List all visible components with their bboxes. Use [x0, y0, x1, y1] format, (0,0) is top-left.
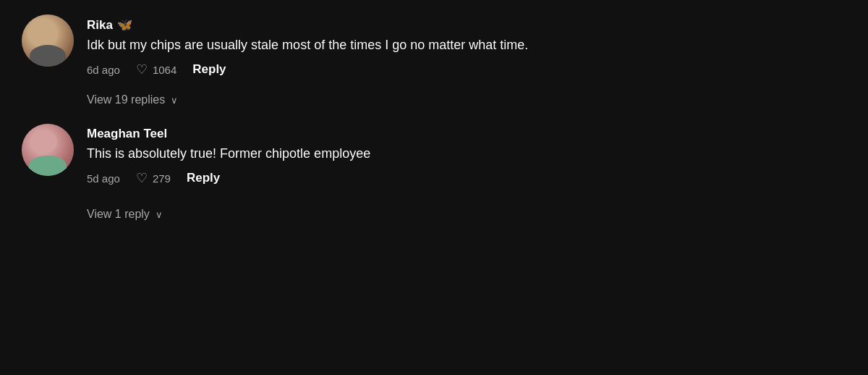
comment-text: Idk but my chips are usually stale most … [87, 35, 781, 54]
avatar-image-rika [22, 14, 74, 67]
like-count: 279 [153, 172, 171, 185]
comment-body: Rika 🦋 Idk but my chips are usually stal… [87, 14, 846, 86]
view-replies-button-2[interactable]: View 1 reply ∨ [87, 208, 163, 221]
like-count: 1064 [153, 64, 176, 76]
avatar [22, 124, 74, 176]
avatar [22, 14, 74, 67]
comment-actions: 5d ago ♡ 279 Reply [87, 170, 846, 186]
view-replies-button[interactable]: View 19 replies ∨ [87, 93, 178, 106]
view-replies-label: View 1 reply [87, 208, 150, 221]
chevron-down-icon: ∨ [171, 95, 178, 106]
comment-username: Meaghan Teel [87, 127, 846, 141]
comments-container: Rika 🦋 Idk but my chips are usually stal… [0, 0, 868, 253]
comment-actions: 6d ago ♡ 1064 Reply [87, 62, 846, 77]
comment-item: Rika 🦋 Idk but my chips are usually stal… [22, 14, 846, 86]
comment-text: This is absolutely true! Former chipotle… [87, 144, 781, 163]
username-text: Meaghan Teel [87, 127, 167, 141]
username-text: Rika [87, 18, 113, 33]
avatar-image-meaghan [22, 124, 74, 176]
reply-button[interactable]: Reply [192, 62, 226, 77]
reply-button[interactable]: Reply [187, 171, 220, 185]
like-button[interactable]: ♡ 1064 [136, 62, 176, 77]
heart-icon: ♡ [136, 62, 148, 77]
comment-item: Meaghan Teel This is absolutely true! Fo… [22, 124, 846, 195]
comment-username: Rika 🦋 [87, 17, 846, 33]
comment-time: 5d ago [87, 172, 120, 185]
comment-body: Meaghan Teel This is absolutely true! Fo… [87, 124, 846, 195]
like-button[interactable]: ♡ 279 [136, 170, 171, 186]
comment-time: 6d ago [87, 64, 120, 76]
chevron-down-icon: ∨ [156, 209, 163, 220]
view-replies-label: View 19 replies [87, 93, 165, 106]
username-emoji: 🦋 [117, 17, 132, 33]
heart-icon: ♡ [136, 170, 148, 186]
